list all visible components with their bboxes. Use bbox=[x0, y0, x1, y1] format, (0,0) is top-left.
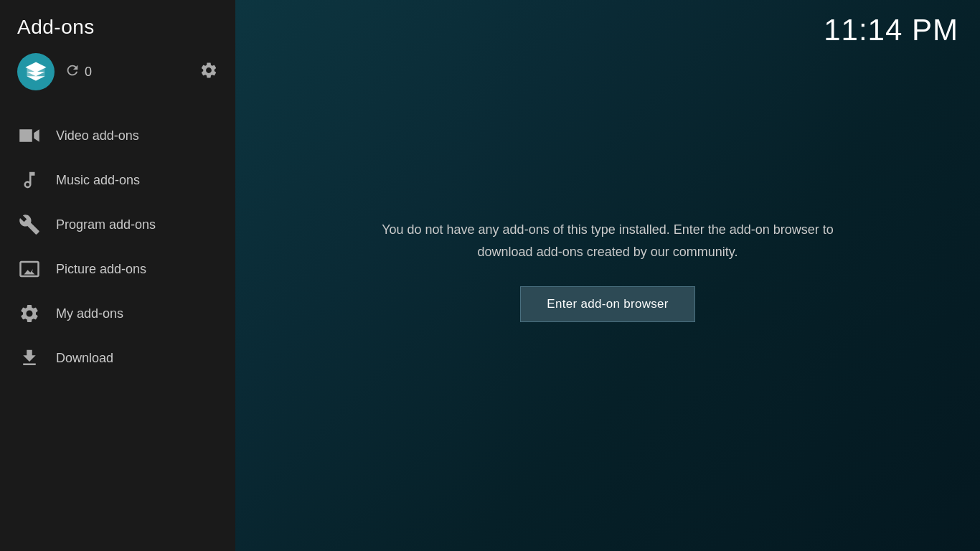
gear-icon bbox=[199, 61, 218, 80]
sidebar-item-label: Program add-ons bbox=[56, 217, 156, 232]
sidebar-item-program-addons[interactable]: Program add-ons bbox=[0, 202, 235, 247]
sidebar-item-label: Picture add-ons bbox=[56, 262, 146, 277]
sidebar-item-my-addons[interactable]: My add-ons bbox=[0, 291, 235, 336]
main-content: You do not have any add-ons of this type… bbox=[235, 47, 980, 551]
enter-addon-browser-button[interactable]: Enter add-on browser bbox=[520, 286, 694, 322]
music-icon bbox=[17, 168, 42, 192]
settings-button[interactable] bbox=[199, 61, 218, 83]
main-area: 11:14 PM You do not have any add-ons of … bbox=[235, 0, 980, 551]
sidebar-nav: Video add-ons Music add-ons Program add-… bbox=[0, 108, 235, 380]
sidebar-item-label: Video add-ons bbox=[56, 128, 139, 143]
sidebar-item-label: Music add-ons bbox=[56, 173, 140, 188]
picture-icon bbox=[17, 257, 42, 281]
sidebar-item-video-addons[interactable]: Video add-ons bbox=[0, 113, 235, 158]
sidebar-item-label: Download bbox=[56, 351, 113, 366]
addon-icon-button[interactable] bbox=[17, 53, 55, 90]
sidebar-item-music-addons[interactable]: Music add-ons bbox=[0, 158, 235, 202]
sidebar-item-label: My add-ons bbox=[56, 306, 123, 321]
clock-display: 11:14 PM bbox=[824, 0, 980, 47]
refresh-icon bbox=[65, 62, 80, 81]
page-title: Add-ons bbox=[0, 0, 235, 46]
empty-state-message: You do not have any add-ons of this type… bbox=[357, 219, 859, 263]
update-count: 0 bbox=[85, 65, 92, 80]
video-icon bbox=[17, 123, 42, 148]
download-icon bbox=[17, 346, 42, 370]
sidebar-item-picture-addons[interactable]: Picture add-ons bbox=[0, 247, 235, 291]
sidebar-item-download[interactable]: Download bbox=[0, 336, 235, 380]
my-addons-icon bbox=[17, 301, 42, 326]
program-icon bbox=[17, 212, 42, 237]
box-icon bbox=[25, 61, 47, 83]
sidebar: Add-ons 0 bbox=[0, 0, 235, 551]
refresh-button[interactable]: 0 bbox=[65, 62, 92, 81]
sidebar-header: 0 bbox=[0, 46, 235, 108]
